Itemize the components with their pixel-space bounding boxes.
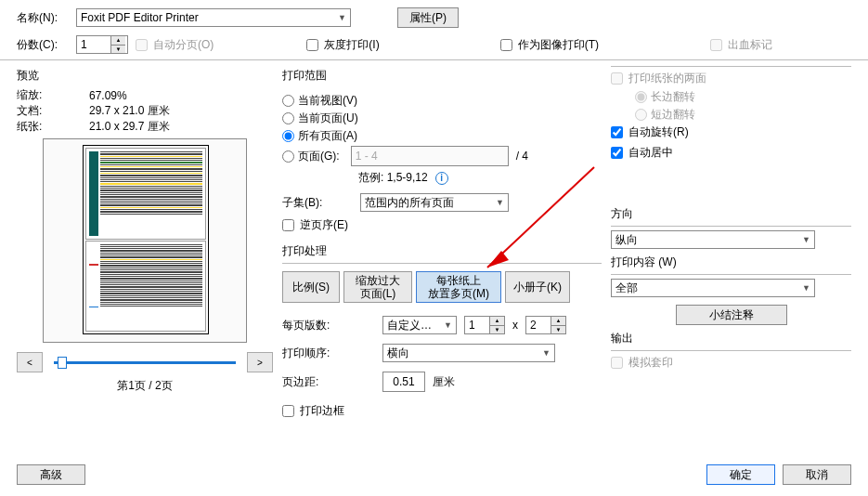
page-margin-label: 页边距: bbox=[282, 374, 375, 390]
tab-poster[interactable]: 缩放过大 页面(L) bbox=[343, 271, 412, 303]
properties-button[interactable]: 属性(P) bbox=[397, 7, 459, 28]
chevron-down-icon: ▼ bbox=[802, 235, 810, 244]
doc-size-label: 文档: bbox=[17, 103, 54, 119]
zoom-label: 缩放: bbox=[17, 87, 54, 103]
preview-prev-button[interactable]: < bbox=[17, 352, 43, 372]
tab-scale[interactable]: 比例(S) bbox=[282, 271, 340, 303]
preview-panel: 预览 缩放:67.09% 文档:29.7 x 21.0 厘米 纸张:21.0 x… bbox=[17, 66, 273, 425]
output-title: 输出 bbox=[611, 331, 851, 346]
range-sample-label: 范例: 1,5-9,12 bbox=[358, 170, 428, 186]
range-pages-total: / 4 bbox=[516, 150, 528, 163]
chevron-down-icon: ▼ bbox=[444, 320, 452, 330]
chevron-down-icon: ▼ bbox=[496, 198, 504, 207]
copies-down-icon[interactable]: ▼ bbox=[110, 46, 125, 54]
preview-next-button[interactable]: > bbox=[247, 352, 273, 372]
zoom-value: 67.09% bbox=[89, 89, 127, 102]
print-order-select[interactable]: 横向 ▼ bbox=[382, 344, 555, 362]
printer-select-value: Foxit PDF Editor Printer bbox=[81, 11, 199, 24]
pages-per-sheet-label: 每页版数: bbox=[282, 318, 375, 333]
range-all-pages-radio[interactable] bbox=[282, 130, 294, 142]
summarize-button[interactable]: 小结注释 bbox=[676, 305, 787, 325]
flip-short-radio bbox=[635, 109, 647, 121]
page-margin-unit: 厘米 bbox=[433, 374, 455, 390]
cols-input[interactable] bbox=[465, 317, 489, 333]
simulate-overprint-checkbox: 模拟套印 bbox=[611, 355, 673, 371]
print-border-checkbox[interactable]: 打印边框 bbox=[282, 403, 344, 419]
subset-label: 子集(B): bbox=[282, 195, 334, 211]
range-pages-radio[interactable] bbox=[282, 150, 294, 163]
rows-input[interactable] bbox=[526, 317, 551, 333]
preview-title: 预览 bbox=[17, 68, 273, 84]
content-title: 打印内容 (W) bbox=[611, 255, 851, 270]
orientation-title: 方向 bbox=[611, 206, 851, 222]
printer-select[interactable]: Foxit PDF Editor Printer ▼ bbox=[76, 8, 351, 27]
preview-canvas bbox=[43, 138, 247, 343]
chevron-down-icon: ▼ bbox=[338, 13, 346, 22]
range-title: 打印范围 bbox=[282, 68, 602, 84]
chevron-down-icon: ▼ bbox=[542, 348, 551, 358]
middle-panel: 打印范围 当前视图(V) 当前页面(U) 所有页面(A) 页面(G): / 4 … bbox=[282, 66, 602, 425]
copies-up-icon[interactable]: ▲ bbox=[110, 36, 125, 46]
printer-name-label: 名称(N): bbox=[17, 10, 69, 26]
copies-label: 份数(C): bbox=[17, 37, 69, 53]
printer-top-section: 名称(N): Foxit PDF Editor Printer ▼ 属性(P) … bbox=[0, 0, 868, 60]
tab-multi-per-sheet[interactable]: 每张纸上 放置多页(M) bbox=[416, 271, 501, 303]
range-current-view-radio[interactable] bbox=[282, 95, 294, 107]
auto-center-checkbox[interactable]: 自动居中 bbox=[611, 145, 673, 161]
up-icon[interactable]: ▲ bbox=[551, 317, 565, 326]
rows-spinner[interactable]: ▲▼ bbox=[525, 316, 566, 334]
advanced-button[interactable]: 高级 bbox=[17, 464, 85, 485]
down-icon[interactable]: ▼ bbox=[489, 326, 504, 334]
preview-page-status: 第1页 / 2页 bbox=[17, 378, 273, 394]
page-margin-input[interactable] bbox=[382, 372, 425, 392]
flip-long-radio bbox=[635, 91, 647, 103]
content-select[interactable]: 全部 ▼ bbox=[611, 279, 815, 297]
paper-size-label: 纸张: bbox=[17, 119, 54, 135]
orientation-select[interactable]: 纵向 ▼ bbox=[611, 230, 815, 249]
cancel-button[interactable]: 取消 bbox=[783, 464, 851, 485]
right-panel: 打印纸张的两面 长边翻转 短边翻转 自动旋转(R) 自动居中 方向 纵向 ▼ 打… bbox=[611, 66, 851, 425]
dialog-footer: 高级 确定 取消 bbox=[17, 464, 851, 485]
range-current-page-radio[interactable] bbox=[282, 112, 294, 124]
copies-spinner[interactable]: ▲ ▼ bbox=[76, 35, 128, 54]
collate-checkbox: 自动分页(O) bbox=[136, 37, 214, 53]
cols-spinner[interactable]: ▲▼ bbox=[464, 316, 505, 334]
chevron-down-icon: ▼ bbox=[802, 283, 810, 293]
subset-select[interactable]: 范围内的所有页面 ▼ bbox=[360, 193, 509, 212]
ok-button[interactable]: 确定 bbox=[706, 464, 775, 485]
bleed-marks-checkbox: 出血标记 bbox=[710, 37, 772, 53]
auto-rotate-checkbox[interactable]: 自动旋转(R) bbox=[611, 124, 689, 140]
up-icon[interactable]: ▲ bbox=[489, 317, 504, 326]
doc-size-value: 29.7 x 21.0 厘米 bbox=[89, 103, 170, 119]
copies-input[interactable] bbox=[77, 36, 110, 53]
grayscale-checkbox[interactable]: 灰度打印(I) bbox=[306, 37, 379, 53]
handling-title: 打印处理 bbox=[282, 243, 602, 259]
print-as-image-checkbox[interactable]: 作为图像打印(T) bbox=[500, 37, 599, 53]
preview-slider[interactable] bbox=[54, 361, 236, 364]
tab-booklet[interactable]: 小册子(K) bbox=[505, 271, 570, 303]
both-sides-checkbox: 打印纸张的两面 bbox=[611, 71, 706, 86]
paper-size-value: 21.0 x 29.7 厘米 bbox=[89, 119, 170, 135]
reverse-order-checkbox[interactable]: 逆页序(E) bbox=[282, 217, 348, 233]
pages-per-sheet-select[interactable]: 自定义… ▼ bbox=[382, 316, 457, 334]
info-icon[interactable]: i bbox=[435, 172, 448, 185]
down-icon[interactable]: ▼ bbox=[551, 326, 565, 334]
multiply-label: x bbox=[512, 319, 518, 332]
preview-slider-thumb[interactable] bbox=[58, 357, 67, 369]
print-order-label: 打印顺序: bbox=[282, 346, 375, 361]
range-pages-input bbox=[351, 146, 509, 166]
